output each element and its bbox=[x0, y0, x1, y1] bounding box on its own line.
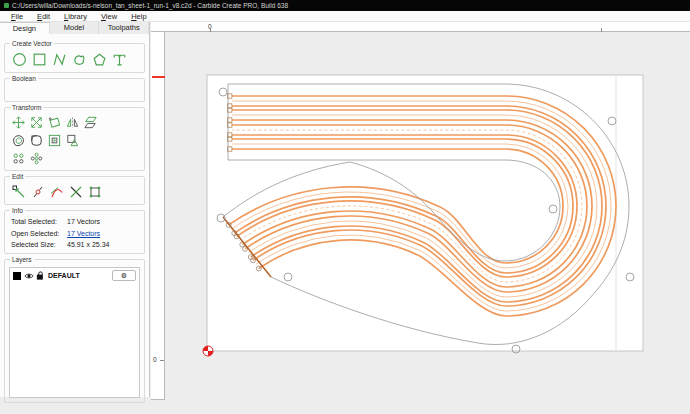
menu-view[interactable]: View bbox=[94, 12, 124, 21]
tab-toolpaths[interactable]: Toolpaths bbox=[99, 22, 149, 34]
linear-array-tool-icon[interactable] bbox=[11, 151, 26, 166]
boolean-title: Boolean bbox=[10, 75, 38, 82]
transform-panel: Transform bbox=[4, 107, 145, 171]
info-open-selected: Open Selected: 17 Vectors bbox=[11, 230, 139, 237]
layer-name: DEFAULT bbox=[48, 272, 112, 279]
layer-settings-gear-button[interactable]: ⚙ bbox=[112, 270, 136, 281]
move-tool-icon[interactable] bbox=[11, 115, 26, 130]
selected-size-value: 45.91 x 25.34 bbox=[67, 241, 109, 248]
design-sidebar: Create Vector Boolean Transform bbox=[0, 34, 150, 397]
create-vector-panel: Create Vector bbox=[4, 43, 145, 73]
offset-tool-icon[interactable] bbox=[11, 133, 26, 148]
layer-color-swatch[interactable] bbox=[13, 272, 21, 280]
info-panel: Info Total Selected: 17 Vectors Open Sel… bbox=[4, 210, 145, 254]
transform-title: Transform bbox=[10, 104, 43, 111]
select-tool-icon[interactable] bbox=[11, 184, 27, 200]
rotate-tool-icon[interactable] bbox=[47, 115, 62, 130]
app-logo-icon bbox=[4, 3, 9, 8]
layers-panel: Layers DEFAULT ⚙ bbox=[4, 259, 145, 403]
edit-polyline-tool-icon[interactable] bbox=[87, 184, 103, 200]
layer-visibility-eye-icon[interactable] bbox=[24, 272, 34, 280]
trim-vectors-tool-icon[interactable] bbox=[68, 184, 84, 200]
menu-bar: File Edit Library View Help bbox=[0, 11, 690, 22]
selected-size-label: Selected Size: bbox=[11, 241, 67, 248]
title-bar: C:/Users/willa/Downloads/s-nelson_tan_sh… bbox=[0, 0, 690, 11]
mirror-tool-icon[interactable] bbox=[65, 115, 80, 130]
layer-lock-icon[interactable] bbox=[36, 271, 45, 280]
window-title: C:/Users/willa/Downloads/s-nelson_tan_sh… bbox=[12, 2, 288, 9]
text-tool-icon[interactable] bbox=[111, 51, 128, 68]
layer-row-default[interactable]: DEFAULT ⚙ bbox=[10, 268, 139, 283]
open-selected-link[interactable]: 17 Vectors bbox=[67, 230, 100, 237]
total-selected-value: 17 Vectors bbox=[67, 218, 100, 225]
circular-array-tool-icon[interactable] bbox=[29, 151, 44, 166]
polygon-tool-icon[interactable] bbox=[91, 51, 108, 68]
origin-marker[interactable] bbox=[203, 346, 213, 356]
circle-tool-icon[interactable] bbox=[11, 51, 28, 68]
tab-design[interactable]: Design bbox=[0, 22, 50, 34]
trim-shapes-tool-icon[interactable] bbox=[65, 133, 80, 148]
layers-list: DEFAULT ⚙ bbox=[9, 267, 140, 398]
tab-row: Design Model Toolpaths bbox=[0, 22, 150, 34]
create-vector-title: Create Vector bbox=[10, 40, 54, 47]
menu-help[interactable]: Help bbox=[124, 12, 153, 21]
menu-edit[interactable]: Edit bbox=[30, 12, 57, 21]
edit-title: Edit bbox=[10, 173, 25, 180]
curve-edit-tool-icon[interactable] bbox=[49, 184, 65, 200]
info-selected-size: Selected Size: 45.91 x 25.34 bbox=[11, 241, 139, 248]
shear-tool-icon[interactable] bbox=[83, 115, 98, 130]
tab-model[interactable]: Model bbox=[50, 22, 100, 34]
align-tool-icon[interactable] bbox=[47, 133, 62, 148]
info-total-selected: Total Selected: 17 Vectors bbox=[11, 218, 139, 225]
design-svg[interactable] bbox=[150, 22, 690, 414]
layers-title: Layers bbox=[10, 256, 34, 263]
boolean-panel: Boolean bbox=[4, 78, 145, 102]
menu-library[interactable]: Library bbox=[57, 12, 94, 21]
edit-panel: Edit bbox=[4, 176, 145, 205]
scale-tool-icon[interactable] bbox=[29, 115, 44, 130]
total-selected-label: Total Selected: bbox=[11, 218, 67, 225]
node-edit-tool-icon[interactable] bbox=[30, 184, 46, 200]
fillet-tool-icon[interactable] bbox=[29, 133, 44, 148]
rectangle-tool-icon[interactable] bbox=[31, 51, 48, 68]
info-title: Info bbox=[10, 207, 25, 214]
curve-tool-icon[interactable] bbox=[71, 51, 88, 68]
menu-file[interactable]: File bbox=[4, 12, 30, 21]
design-canvas-area: 0 0 bbox=[150, 22, 690, 414]
polyline-tool-icon[interactable] bbox=[51, 51, 68, 68]
open-selected-label: Open Selected: bbox=[11, 230, 67, 237]
